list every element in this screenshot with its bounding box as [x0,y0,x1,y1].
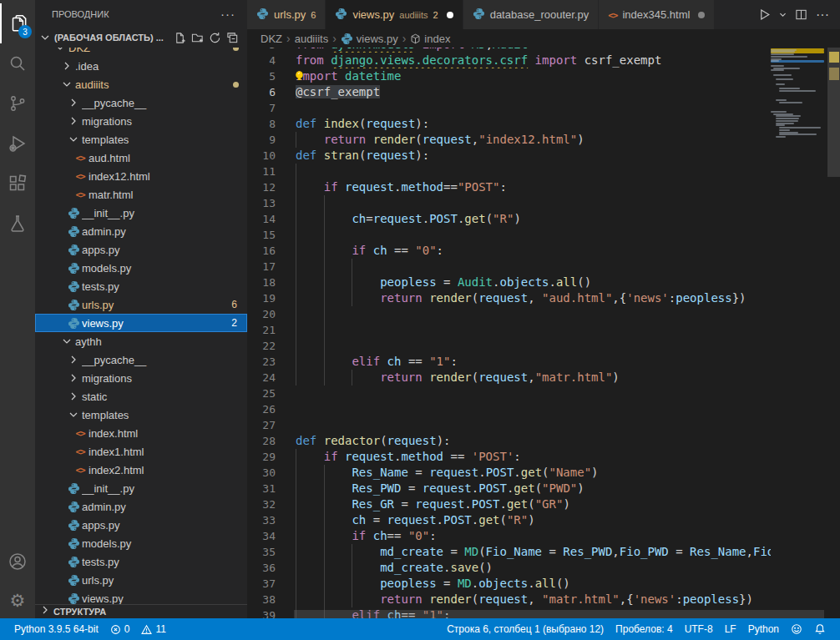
tree-item-index-html[interactable]: <>index.html [35,424,247,442]
activitybar-manage-icon[interactable]: ⚙ [0,580,35,620]
code-line-13[interactable]: 13 [247,195,771,211]
code-line-18[interactable]: 18 peopless = Audit.objects.all() [247,275,771,290]
tree-item-migrations[interactable]: migrations [35,369,247,387]
tree-item-aythh[interactable]: aythh [35,332,247,350]
tree-item-index2-html[interactable]: <>index2.html [35,461,247,479]
tree-item-index12-html[interactable]: <>index12.html [35,167,247,185]
activitybar-search-icon[interactable] [0,43,35,83]
code-line-32[interactable]: 32 Res_GR = request.POST.get("GR") [247,496,771,512]
tree-item-urls-py[interactable]: urls.py6 [35,295,247,314]
code-line-33[interactable]: 33 ch = request.POST.get("R") [247,512,771,528]
minimap[interactable] [771,48,824,618]
code-line-35[interactable]: 35 md_create = MD(Fio_Name = Res_PWD,Fio… [247,544,771,560]
new-folder-icon[interactable] [189,29,205,46]
tree-item-migrations[interactable]: migrations [35,112,247,130]
activitybar-testing-icon[interactable] [0,204,35,244]
code-line-25[interactable]: 25 [247,386,771,401]
run-dropdown-icon[interactable] [777,6,788,24]
tree-item--pycache-[interactable]: __pycache__ [35,93,247,112]
breadcrumb-item-DKZ[interactable]: DKZ [261,33,282,45]
status-feedback[interactable] [785,618,808,640]
tree-item-admin-py[interactable]: admin.py [35,222,247,240]
code-line-27[interactable]: 27 [247,417,771,433]
code-line-17[interactable]: 17 [247,259,771,275]
tree-item--init-py[interactable]: __init__.py [35,479,247,497]
code-line-12[interactable]: 12 if request.method=="POST": [247,179,771,195]
code-line-38[interactable]: 38 return render(request, "matr.html",{'… [247,592,771,607]
code-line-20[interactable]: 20 [247,306,771,322]
tree-item-models-py[interactable]: models.py [35,534,247,552]
tree-item--init-py[interactable]: __init__.py [35,204,247,222]
tree-item-apps-py[interactable]: apps.py [35,240,247,259]
breadcrumb-item-views.py[interactable]: views.py [341,33,398,45]
status-warning[interactable]: 11 [135,618,171,640]
tree-item-tests-py[interactable]: tests.py [35,277,247,295]
activitybar-run-debug-icon[interactable] [0,123,35,164]
tree-item--pycache-[interactable]: __pycache__ [35,350,247,369]
horizontal-scrollbar[interactable] [294,610,824,618]
status-utf-8[interactable]: UTF-8 [679,618,719,640]
code-line-6[interactable]: 6@csrf_exempt [247,84,771,100]
status-error[interactable]: 0 [104,618,136,640]
more-actions-icon[interactable]: ··· [813,6,832,24]
code-line-4[interactable]: 4from django.views.decorators.csrf impor… [247,53,771,68]
tree-item-DKZ[interactable]: DKZ [35,48,247,57]
tree-item-apps-py[interactable]: apps.py [35,516,247,534]
tree-item-templates[interactable]: templates [35,406,247,424]
code-line-28[interactable]: 28def redactor(request): [247,433,771,449]
vertical-scrollbar[interactable] [827,48,840,177]
tab-views.py[interactable]: views.pyaudiiits2 [326,0,462,29]
code-line-22[interactable]: 22 [247,338,771,354]
tree-item-views-py[interactable]: views.py [35,589,247,604]
tree-item-matr-html[interactable]: <>matr.html [35,185,247,204]
collapse-all-icon[interactable] [224,29,240,46]
activitybar-source-control-icon[interactable] [0,83,35,123]
tree-item-static[interactable]: static [35,387,247,406]
status-bell[interactable] [808,618,832,640]
code-line-37[interactable]: 37 peopless = MD.objects.all() [247,576,771,592]
tab-index345.html[interactable]: <>index345.html [599,0,714,29]
refresh-icon[interactable] [206,29,223,46]
code-line-5[interactable]: 5import datetime [247,68,771,84]
tree-item-tests-py[interactable]: tests.py [35,552,247,571]
breadcrumb-item-index[interactable]: index [410,33,450,45]
status-пробелов-4[interactable]: Пробелов: 4 [610,618,679,640]
tree-item--idea[interactable]: .idea [35,57,247,75]
code-editor[interactable]: 3from aythh.models import MD,Audit4from … [247,48,840,618]
code-line-14[interactable]: 14 ch=request.POST.get("R") [247,211,771,227]
code-line-24[interactable]: 24 return render(request,"matr.html") [247,370,771,386]
code-line-8[interactable]: 8def index(request): [247,116,771,132]
tree-item-admin-py[interactable]: admin.py [35,497,247,516]
status-строка-6-столбец-1-выбрано-12-[interactable]: Строка 6, столбец 1 (выбрано 12) [441,618,610,640]
tree-item-index1-html[interactable]: <>index1.html [35,442,247,461]
tree-item-aud-html[interactable]: <>aud.html [35,149,247,167]
status-python-3-9-5-64-bit[interactable]: Python 3.9.5 64-bit [8,618,104,640]
breadcrumb-item-audiiits[interactable]: audiiits [295,33,328,45]
activitybar-extensions-icon[interactable] [0,164,35,204]
code-line-34[interactable]: 34 if ch== "0": [247,528,771,544]
status-python[interactable]: Python [742,618,785,640]
tree-item-audiiits[interactable]: audiiits [35,75,247,93]
lightbulb-icon[interactable] [296,70,305,84]
split-editor-icon[interactable] [792,6,810,24]
code-line-26[interactable]: 26 [247,401,771,417]
tree-item-templates[interactable]: templates [35,130,247,149]
new-file-icon[interactable] [171,29,188,46]
activitybar-explorer-icon[interactable]: 3 [0,3,35,43]
tab-urls.py[interactable]: urls.py6 [247,0,325,29]
code-line-19[interactable]: 19 return render(request, "aud.html",{'n… [247,290,771,306]
workspace-section-header[interactable]: (РАБОЧАЯ ОБЛАСТЬ) ... [35,28,247,48]
tree-item-models-py[interactable]: models.py [35,259,247,277]
activitybar-accounts-icon[interactable] [0,542,35,582]
code-line-30[interactable]: 30 Res_Name = request.POST.get("Name") [247,465,771,481]
code-line-10[interactable]: 10def stran(request): [247,148,771,164]
tab-modified-dot[interactable] [698,12,705,18]
code-line-23[interactable]: 23 elif ch == "1": [247,354,771,370]
code-line-29[interactable]: 29 if request.method == 'POST': [247,449,771,465]
status-lf[interactable]: LF [719,618,742,640]
code-line-16[interactable]: 16 if ch == "0": [247,243,771,259]
code-line-31[interactable]: 31 Res_PWD = request.POST.get("PWD") [247,481,771,496]
tab-modified-dot[interactable] [447,12,453,18]
code-line-9[interactable]: 9 return render(request,"index12.html") [247,132,771,148]
run-python-file-button[interactable] [755,6,773,24]
